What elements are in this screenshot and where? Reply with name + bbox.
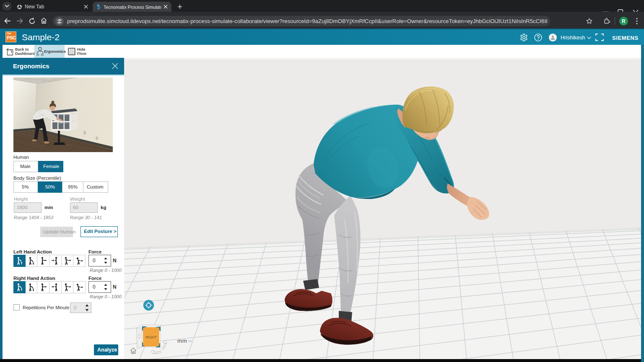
svg-text:RIGHT: RIGHT [145, 335, 156, 339]
